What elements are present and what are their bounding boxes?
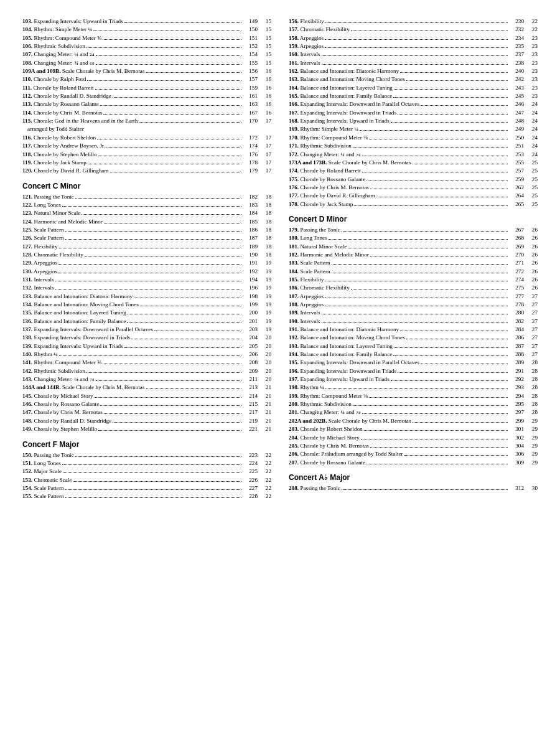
toc-dots — [366, 464, 508, 464]
toc-dots — [113, 97, 241, 98]
toc-label: 122. Long Tones — [22, 201, 61, 209]
toc-dots — [322, 314, 508, 314]
toc-dots — [140, 306, 241, 306]
toc-page-num: 293 — [509, 383, 524, 392]
toc-page-num: 312 — [509, 484, 524, 492]
toc-extra-num: 18 — [260, 251, 271, 259]
toc-dots — [75, 198, 241, 199]
toc-label: 172. Changing Meter: ¼ and ₇₈ — [289, 151, 361, 159]
toc-entry: 189. Intervals28027 — [289, 309, 538, 317]
toc-dots — [370, 189, 508, 189]
toc-label: 187. Arpeggios — [289, 293, 324, 301]
toc-label: 205. Chorale by Chris M. Bernotas — [289, 442, 369, 450]
toc-page-num: 224 — [243, 459, 258, 467]
toc-page-num: 294 — [509, 392, 524, 400]
toc-dots — [398, 114, 508, 115]
toc-extra-num: 28 — [526, 400, 538, 408]
toc-dots — [95, 89, 241, 90]
toc-label: 157. Chromatic Flexibility — [289, 26, 350, 34]
toc-extra-num: 18 — [260, 234, 271, 242]
toc-dots — [351, 289, 508, 289]
toc-entry: 203. Chorale by Robert Sheldon30129 — [289, 425, 538, 433]
toc-dots — [332, 264, 508, 265]
toc-page-num: 209 — [243, 367, 258, 375]
toc-page-num: 154 — [243, 50, 258, 59]
toc-extra-num: 19 — [260, 309, 271, 317]
toc-extra-num: 26 — [526, 284, 538, 292]
toc-entry: 151. Long Tones22422 — [22, 459, 271, 467]
toc-extra-num: 29 — [526, 450, 538, 458]
toc-entry: 201. Changing Meter: ¼ and ₇₈29728 — [289, 408, 538, 416]
toc-page-num: 289 — [509, 359, 524, 367]
toc-dots — [124, 347, 241, 348]
toc-extra-num: 17 — [260, 134, 271, 142]
toc-extra-num: 24 — [526, 134, 538, 142]
toc-dots — [322, 55, 508, 56]
toc-extra-num: 19 — [260, 259, 271, 267]
toc-label: 133. Balance and Intonation: Diatonic Ha… — [22, 293, 133, 301]
toc-entry: 127. Flexibility18918 — [22, 243, 271, 251]
toc-dots — [351, 31, 508, 31]
toc-page-num: 297 — [509, 408, 524, 416]
toc-entry: 105. Rhythm: Compound Meter ⅜15115 — [22, 34, 271, 42]
toc-page-num: 211 — [243, 375, 258, 383]
toc-dots — [421, 364, 508, 364]
toc-entry: 143. Changing Meter: ¼ and ₇₈21120 — [22, 375, 271, 383]
toc-dots — [96, 380, 241, 381]
toc-extra-num: 27 — [526, 317, 538, 326]
toc-label: 139. Expanding Intervals: Upward in Tria… — [22, 342, 123, 350]
toc-page-num: 179 — [243, 167, 258, 175]
toc-entry: 171. Rhythmic Subdivision25124 — [289, 142, 538, 150]
toc-page-num: 280 — [509, 309, 524, 317]
toc-extra-num: 24 — [526, 151, 538, 159]
toc-entry: 140. Rhythm ¼20620 — [22, 350, 271, 359]
toc-extra-num: 26 — [526, 234, 538, 242]
toc-page-num: 194 — [243, 276, 258, 284]
toc-label: 195. Expanding Intervals: Downward in Pa… — [289, 359, 419, 367]
toc-entry: 160. Intervals23723 — [289, 50, 538, 59]
toc-extra-num: 17 — [260, 117, 271, 125]
toc-extra-num: 24 — [526, 100, 538, 108]
toc-entry: 103. Expanding Intervals: Upward in Tria… — [22, 17, 271, 26]
toc-extra-num: 29 — [526, 434, 538, 442]
toc-extra-num: 27 — [526, 301, 538, 309]
toc-label: 162. Balance and Intonation: Diatonic Ha… — [289, 67, 399, 75]
toc-label: 109A and 109B. Scale Chorale by Chris M.… — [22, 67, 145, 75]
toc-entry: 158. Arpeggios23423 — [289, 34, 538, 42]
toc-dots — [55, 281, 241, 281]
toc-entry: 111. Chorale by Roland Barrett15916 — [22, 84, 271, 92]
toc-extra-num: 21 — [260, 408, 271, 416]
toc-label: 103. Expanding Intervals: Upward in Tria… — [22, 17, 123, 26]
toc-extra-num: 18 — [260, 218, 271, 226]
toc-page-num: 234 — [509, 34, 524, 42]
toc-label: 173A and 173B. Scale Chorale by Chris M.… — [289, 159, 411, 167]
toc-page-num: 249 — [509, 125, 524, 133]
toc-label: 175. Chorale by Rossano Galante — [289, 176, 365, 184]
toc-extra-num: 19 — [260, 284, 271, 292]
toc-extra-num: 15 — [260, 59, 271, 67]
toc-entry: 145. Chorale by Michael Story21421 — [22, 392, 271, 400]
toc-page-num: 156 — [243, 67, 258, 75]
toc-entry: 165. Balance and Intonation: Family Bala… — [289, 92, 538, 100]
toc-entry: 187. Arpeggios27727 — [289, 293, 538, 301]
toc-label: 143. Changing Meter: ¼ and ₇₈ — [22, 375, 95, 383]
toc-page-num: 206 — [243, 350, 258, 359]
section-header: Concert D Minor — [289, 215, 538, 223]
toc-page-num: 189 — [243, 243, 258, 251]
toc-extra-num: 26 — [526, 268, 538, 276]
toc-page-num: 286 — [509, 334, 524, 342]
toc-entry: 136. Balance and Intonation: Family Bala… — [22, 317, 271, 326]
toc-page-num: 301 — [509, 425, 524, 433]
toc-dots — [332, 273, 508, 273]
toc-page-num: 167 — [243, 109, 258, 117]
toc-label: 174. Chorale by Roland Barrett — [289, 167, 361, 175]
toc-page-num: 278 — [509, 301, 524, 309]
toc-label: 201. Changing Meter: ¼ and ₇₈ — [289, 408, 361, 416]
toc-entry: 116. Chorale by Robert Sheldon17217 — [22, 134, 271, 142]
toc-label: 141. Rhythm: Compound Meter ⅜ — [22, 359, 101, 367]
toc-label: 124. Harmonic and Melodic Minor — [22, 218, 103, 226]
toc-dots — [400, 72, 508, 73]
toc-label: 180. Long Tones — [289, 234, 327, 242]
toc-page-num: 245 — [509, 92, 524, 100]
toc-page-num: 223 — [243, 451, 258, 459]
